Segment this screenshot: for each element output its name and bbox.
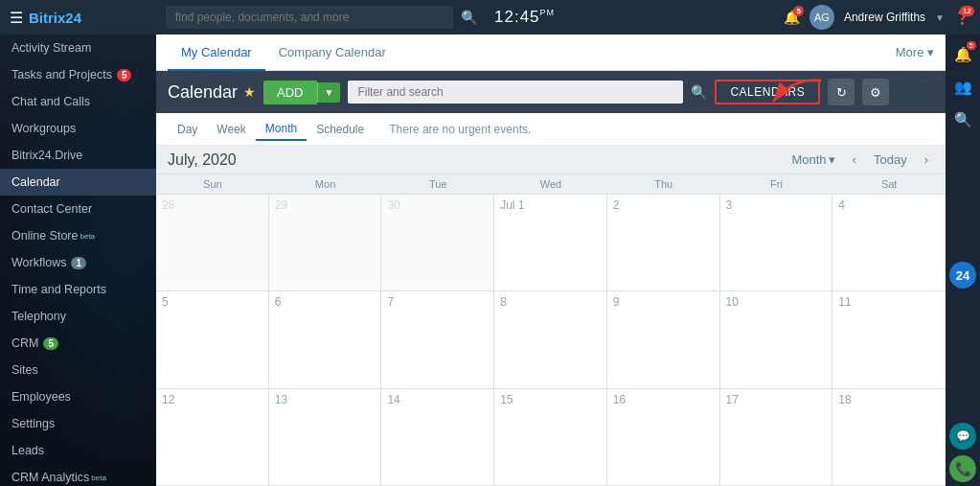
day-number: 12	[162, 393, 262, 406]
avatar[interactable]: AG	[809, 5, 834, 30]
sidebar-item-label: Employees	[11, 390, 71, 404]
cal-cell[interactable]: 28	[156, 195, 269, 290]
more-dropdown[interactable]: More ▾	[896, 45, 934, 59]
refresh-button[interactable]: ↻	[828, 79, 855, 105]
day-number: 14	[387, 393, 488, 406]
calendars-button[interactable]: CALENDARS	[715, 80, 820, 104]
day-number: 10	[726, 295, 827, 309]
cal-cell[interactable]: 7	[381, 291, 494, 387]
cal-cell[interactable]: 10	[720, 291, 833, 387]
cal-week-1: 567891011	[156, 291, 946, 388]
bell-badge: 5	[793, 6, 803, 16]
add-dropdown-arrow[interactable]: ▼	[317, 82, 341, 103]
sidebar-item-chat-calls[interactable]: Chat and Calls	[0, 88, 156, 115]
prev-button[interactable]: ‹	[847, 150, 862, 169]
logo-area[interactable]: ☰ Bitrix24	[0, 0, 156, 35]
day-name-sat: Sat	[832, 174, 946, 194]
calendar-search-input[interactable]	[348, 81, 683, 104]
day-name-mon: Mon	[269, 174, 382, 194]
settings-button[interactable]: ⚙	[862, 79, 889, 105]
activity-icon[interactable]: 👥	[947, 72, 978, 103]
cal-cell[interactable]: 3	[720, 195, 833, 290]
day-names-header: SunMonTueWedThuFriSat	[156, 174, 946, 195]
cal-cell[interactable]: 5	[156, 291, 269, 387]
call-icon[interactable]: 📞	[949, 455, 976, 482]
sidebar-item-crm-analytics[interactable]: CRM Analyticsbeta	[0, 464, 156, 486]
day-number: 6	[275, 295, 376, 309]
sidebar-nav: Activity StreamTasks and Projects5Chat a…	[0, 35, 156, 486]
sidebar-item-bitrix24-drive[interactable]: Bitrix24.Drive	[0, 142, 156, 169]
sidebar-item-label: Calendar	[11, 175, 60, 189]
day-number: 16	[613, 393, 714, 406]
sidebar-item-calendar[interactable]: Calendar	[0, 169, 156, 196]
search-input[interactable]	[166, 6, 453, 29]
day-number: 28	[162, 198, 262, 212]
user-dropdown-arrow[interactable]: ▼	[935, 12, 945, 23]
view-day[interactable]: Day	[168, 119, 207, 140]
cal-cell[interactable]: 8	[494, 291, 607, 387]
sidebar-item-label: Leads	[11, 444, 44, 457]
cal-cell[interactable]: 18	[832, 389, 946, 485]
tab-company-calendar[interactable]: Company Calendar	[265, 35, 399, 71]
cal-cell[interactable]: Jul 1	[494, 195, 607, 290]
sidebar-item-leads[interactable]: Leads	[0, 437, 156, 464]
calendar-search-icon[interactable]: 🔍	[691, 84, 707, 100]
item-badge: 1	[71, 257, 86, 269]
username[interactable]: Andrew Griffiths	[844, 11, 925, 24]
sidebar-item-sites[interactable]: Sites	[0, 357, 156, 383]
cal-cell[interactable]: 15	[494, 389, 607, 485]
sidebar-item-online-store[interactable]: Online Storebeta	[0, 222, 156, 249]
cal-cell[interactable]: 13	[269, 389, 382, 485]
view-switcher: Day Week Month Schedule There are no urg…	[156, 113, 946, 146]
sidebar-item-label: Tasks and Projects	[11, 68, 112, 81]
cal-cell[interactable]: 14	[381, 389, 494, 485]
cal-cell[interactable]: 12	[156, 389, 269, 485]
sidebar-item-label: Sites	[11, 363, 38, 377]
cal-cell[interactable]: 16	[607, 389, 720, 485]
sidebar-item-settings[interactable]: Settings	[0, 410, 156, 437]
live-chat-icon[interactable]: 💬	[949, 423, 976, 450]
view-week[interactable]: Week	[207, 119, 255, 140]
sidebar-item-tasks-projects[interactable]: Tasks and Projects5	[0, 61, 156, 88]
tab-my-calendar[interactable]: My Calendar	[168, 35, 265, 71]
add-button[interactable]: ADD	[263, 81, 316, 104]
cal-cell[interactable]: 2	[607, 195, 720, 290]
cal-cell[interactable]: 11	[832, 291, 946, 387]
search-icon[interactable]: 🔍	[461, 10, 477, 25]
sidebar-item-crm[interactable]: CRM5	[0, 330, 156, 357]
notif-badge: 5	[967, 41, 976, 50]
star-icon[interactable]: ★	[243, 84, 256, 100]
notification-icon[interactable]: 🔔 5	[947, 39, 978, 70]
search-rp-icon[interactable]: 🔍	[947, 104, 978, 135]
sidebar-item-workflows[interactable]: Workflows1	[0, 249, 156, 276]
next-button[interactable]: ›	[919, 150, 934, 169]
view-month[interactable]: Month	[256, 118, 307, 141]
menu-icon[interactable]: ☰	[10, 9, 23, 27]
month-select[interactable]: Month ▾	[786, 150, 840, 169]
sidebar-item-label: Workgroups	[11, 122, 76, 135]
help-icon[interactable]: ❓ 12	[954, 10, 970, 25]
beta-badge: beta	[91, 474, 106, 482]
day-number: 13	[275, 393, 376, 406]
sidebar-item-telephony[interactable]: Telephony	[0, 303, 156, 330]
bell-icon[interactable]: 🔔 5	[784, 10, 800, 25]
cal-cell[interactable]: 9	[607, 291, 720, 387]
cal-cell[interactable]: 30	[381, 195, 494, 290]
cal-cell[interactable]: 17	[720, 389, 833, 485]
sidebar-item-label: Activity Stream	[11, 41, 91, 55]
day-number: 2	[613, 198, 714, 212]
sidebar-item-activity-stream[interactable]: Activity Stream	[0, 35, 156, 61]
sidebar-item-contact-center[interactable]: Contact Center	[0, 196, 156, 222]
today-button[interactable]: Today	[868, 150, 913, 169]
sidebar-item-time-reports[interactable]: Time and Reports	[0, 276, 156, 303]
counter-badge[interactable]: 24	[949, 262, 976, 289]
calendar-grid-header: July, 2020 Month ▾ ‹ Today ›	[156, 146, 946, 174]
view-schedule[interactable]: Schedule	[307, 119, 374, 140]
cal-cell[interactable]: 4	[832, 195, 946, 290]
sidebar-item-label: Chat and Calls	[11, 95, 90, 108]
sidebar-item-workgroups[interactable]: Workgroups	[0, 115, 156, 142]
day-number: 18	[838, 393, 940, 406]
cal-cell[interactable]: 29	[269, 195, 382, 290]
sidebar-item-employees[interactable]: Employees	[0, 383, 156, 410]
cal-cell[interactable]: 6	[269, 291, 382, 387]
